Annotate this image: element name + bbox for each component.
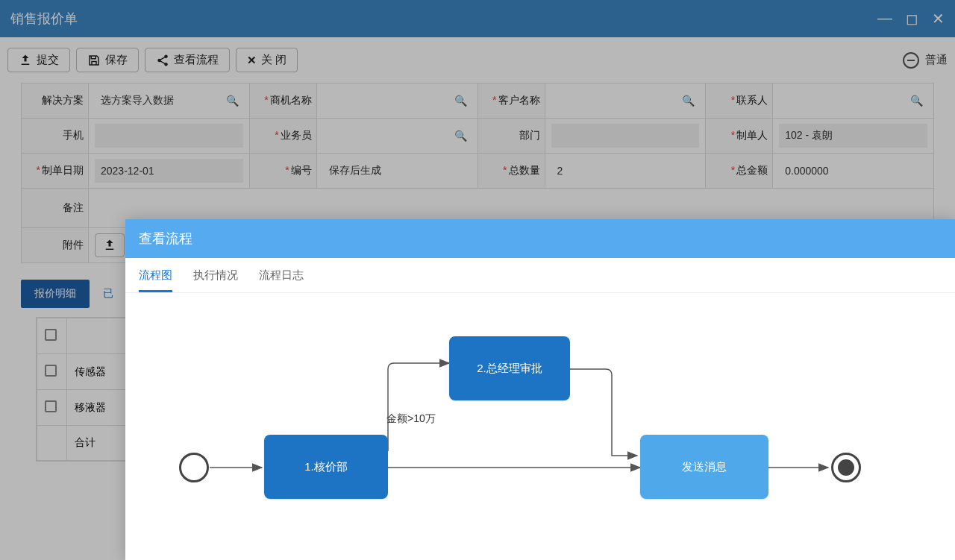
flow-node-gm-approve[interactable]: 2.总经理审批 (449, 336, 570, 400)
modal-tabs: 流程图 执行情况 流程日志 (125, 258, 955, 293)
flow-node-send-msg[interactable]: 发送消息 (640, 435, 768, 499)
flow-node-pricing[interactable]: 1.核价部 (264, 435, 388, 499)
modal-title: 查看流程 (125, 219, 955, 258)
flow-edge-label: 金额>10万 (386, 412, 436, 426)
flow-end (831, 453, 861, 482)
flow-edges (125, 293, 955, 547)
flowchart-canvas: 1.核价部 2.总经理审批 金额>10万 发送消息 (125, 293, 955, 547)
tab-log[interactable]: 流程日志 (259, 268, 304, 292)
tab-exec[interactable]: 执行情况 (193, 268, 238, 292)
flow-modal: 查看流程 流程图 执行情况 流程日志 1.核价部 2.总经理审批 金额>10万 … (125, 219, 955, 560)
tab-flowchart[interactable]: 流程图 (139, 268, 172, 292)
flow-start (179, 453, 209, 482)
